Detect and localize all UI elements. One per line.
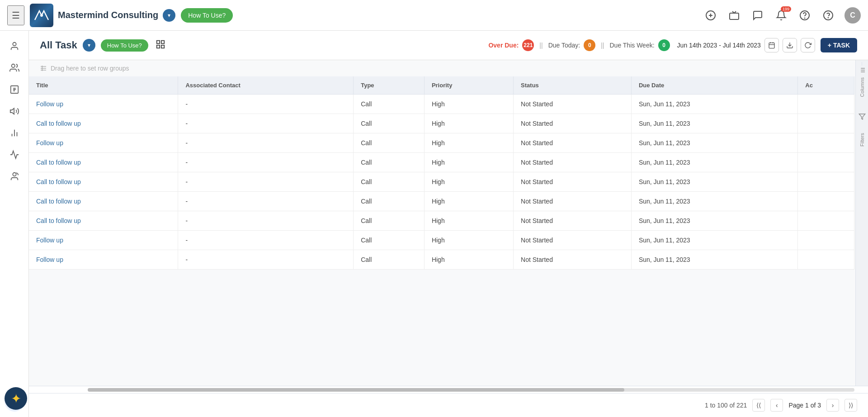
cell-title-0[interactable]: Follow up [29, 95, 178, 114]
task-link-4[interactable]: Call to follow up [36, 178, 81, 185]
sidebar-item-agent[interactable] [5, 166, 24, 186]
pagination-last-button[interactable]: ⟩⟩ [844, 399, 857, 412]
how-to-use-page-button[interactable]: How To Use? [101, 39, 148, 52]
svg-rect-19 [161, 40, 164, 43]
pagination-prev-button[interactable]: ‹ [770, 399, 783, 412]
sidebar-item-groups[interactable] [5, 58, 24, 78]
drag-row-groups: Drag here to set row groups [29, 60, 868, 76]
drag-placeholder-text: Drag here to set row groups [51, 65, 129, 72]
cell-status-0: Not Started [514, 95, 632, 114]
cell-status-5: Not Started [514, 192, 632, 211]
list-view-button[interactable] [156, 39, 165, 52]
task-link-5[interactable]: Call to follow up [36, 198, 81, 205]
cell-ac-4 [798, 172, 854, 192]
favorites-nav-button[interactable] [727, 8, 741, 23]
notifications-nav-button[interactable]: 199 [774, 8, 788, 23]
task-link-6[interactable]: Call to follow up [36, 217, 81, 224]
drag-icon [40, 65, 47, 72]
filters-panel-label[interactable]: Filters [859, 129, 865, 150]
add-task-button[interactable]: + TASK [821, 38, 857, 52]
date-range: Jun 14th 2023 - Jul 14th 2023 [677, 42, 761, 49]
hamburger-button[interactable]: ☰ [7, 5, 24, 25]
how-to-use-nav-button[interactable]: How To Use? [181, 8, 233, 23]
task-link-7[interactable]: Follow up [36, 237, 63, 244]
cell-title-1[interactable]: Call to follow up [29, 114, 178, 133]
col-status: Status [514, 76, 632, 95]
table-row: Follow up - Call High Not Started Sun, J… [29, 231, 854, 250]
cell-due-date-4: Sun, Jun 11, 2023 [631, 172, 797, 192]
col-associated-contact: Associated Contact [178, 76, 354, 95]
task-link-2[interactable]: Follow up [36, 139, 63, 147]
help-nav-button[interactable] [821, 8, 835, 23]
company-dropdown-button[interactable]: ▾ [163, 9, 175, 22]
task-link-3[interactable]: Call to follow up [36, 159, 81, 166]
calendar-button[interactable] [764, 38, 779, 52]
cell-ac-6 [798, 211, 854, 231]
sidebar-item-analytics[interactable] [5, 123, 24, 143]
bottom-logo: ✦ [5, 387, 27, 410]
svg-rect-22 [769, 43, 774, 48]
cell-ac-3 [798, 153, 854, 172]
task-link-0[interactable]: Follow up [36, 100, 63, 108]
messages-nav-button[interactable] [750, 8, 765, 23]
cell-type-8: Call [354, 250, 425, 270]
main-layout: All Task ▾ How To Use? Over Due: 221 || … [0, 31, 868, 417]
columns-panel-label[interactable]: Columns [859, 74, 865, 100]
tasks-table-wrapper[interactable]: Title Associated Contact Type Priority S… [29, 76, 868, 386]
svg-rect-20 [157, 45, 160, 47]
cell-contact-3: - [178, 153, 354, 172]
table-row: Call to follow up - Call High Not Starte… [29, 172, 854, 192]
refresh-button[interactable] [801, 38, 815, 52]
table-row: Call to follow up - Call High Not Starte… [29, 153, 854, 172]
add-nav-button[interactable] [703, 8, 718, 23]
cell-priority-4: High [424, 172, 513, 192]
user-avatar[interactable]: C [844, 7, 861, 24]
sidebar-item-campaigns[interactable] [5, 101, 24, 121]
cell-title-8[interactable]: Follow up [29, 250, 178, 270]
cell-contact-6: - [178, 211, 354, 231]
cell-ac-0 [798, 95, 854, 114]
cell-status-8: Not Started [514, 250, 632, 270]
cell-title-2[interactable]: Follow up [29, 133, 178, 153]
overdue-label: Over Due: [488, 42, 519, 49]
cell-title-4[interactable]: Call to follow up [29, 172, 178, 192]
due-today-label: Due Today: [548, 42, 580, 49]
pagination-first-button[interactable]: ⟨⟨ [752, 399, 765, 412]
page-title-dropdown-button[interactable]: ▾ [83, 39, 95, 52]
cell-due-date-3: Sun, Jun 11, 2023 [631, 153, 797, 172]
cell-ac-8 [798, 250, 854, 270]
filter-panel-icon[interactable] [859, 113, 866, 120]
sidebar-item-person-detail[interactable] [5, 80, 24, 100]
sidebar-item-contacts[interactable] [5, 36, 24, 56]
cell-ac-5 [798, 192, 854, 211]
table-row: Follow up - Call High Not Started Sun, J… [29, 250, 854, 270]
cell-type-6: Call [354, 211, 425, 231]
due-week-label: Due This Week: [610, 42, 655, 49]
cell-type-4: Call [354, 172, 425, 192]
logo-area: Mastermind Consulting ▾ [30, 4, 175, 27]
task-link-8[interactable]: Follow up [36, 256, 63, 263]
table-row: Call to follow up - Call High Not Starte… [29, 114, 854, 133]
columns-icon[interactable] [859, 66, 866, 74]
user-support-nav-button[interactable] [797, 8, 812, 23]
sidebar-item-reports[interactable] [5, 145, 24, 165]
separator-1: || [539, 42, 542, 49]
horizontal-scrollbar-thumb[interactable] [88, 388, 624, 392]
cell-type-0: Call [354, 95, 425, 114]
download-button[interactable] [783, 38, 797, 52]
records-info: 1 to 100 of 221 [705, 402, 747, 409]
cell-status-1: Not Started [514, 114, 632, 133]
status-section: Over Due: 221 || Due Today: 0 || Due Thi… [488, 38, 815, 52]
cell-priority-1: High [424, 114, 513, 133]
table-row: Follow up - Call High Not Started Sun, J… [29, 95, 854, 114]
table-row: Call to follow up - Call High Not Starte… [29, 211, 854, 231]
pagination-next-button[interactable]: › [826, 399, 839, 412]
cell-title-7[interactable]: Follow up [29, 231, 178, 250]
task-link-1[interactable]: Call to follow up [36, 120, 81, 127]
cell-title-6[interactable]: Call to follow up [29, 211, 178, 231]
horizontal-scrollbar-track[interactable] [88, 388, 854, 392]
cell-title-5[interactable]: Call to follow up [29, 192, 178, 211]
cell-title-3[interactable]: Call to follow up [29, 153, 178, 172]
svg-marker-11 [10, 109, 14, 114]
col-due-date: Due Date [631, 76, 797, 95]
